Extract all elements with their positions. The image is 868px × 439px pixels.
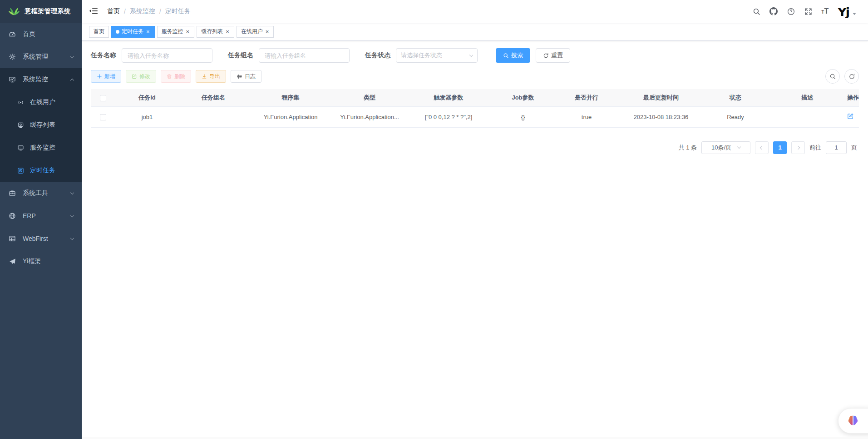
tab-close-icon[interactable]: × — [225, 29, 230, 35]
column-task-id: 任务Id — [115, 89, 179, 106]
tab-close-icon[interactable]: × — [186, 29, 190, 35]
refresh-table-button[interactable] — [844, 69, 859, 84]
chevron-right-icon — [796, 145, 800, 149]
app-logo[interactable]: 意框架管理系统 — [0, 0, 82, 23]
help-icon[interactable] — [787, 7, 795, 15]
cache-icon — [16, 121, 25, 129]
sidebar-group-system-monitoring: 系统监控 在线用户 缓存列表 — [0, 68, 82, 182]
select-all-checkbox[interactable] — [100, 95, 106, 101]
prev-page-button[interactable] — [755, 141, 769, 154]
chevron-down-icon — [737, 145, 741, 149]
cell-type: Yi.Furion.Application... — [333, 106, 406, 127]
table-row[interactable]: job1 Yi.Furion.Application Yi.Furion.App… — [91, 106, 859, 127]
page-size-select[interactable]: 10条/页 — [701, 141, 750, 154]
sidebar-item-online-users[interactable]: 在线用户 — [0, 91, 82, 114]
cell-job-args: {} — [491, 106, 555, 127]
tab-close-icon[interactable]: × — [265, 29, 270, 35]
cell-task-group — [179, 106, 248, 127]
cell-trigger-args: ["0 0 0,12 ? * ?",2] — [406, 106, 491, 127]
fullscreen-icon[interactable] — [804, 7, 812, 15]
column-assembly: 程序集 — [248, 89, 333, 106]
submenu-system-monitoring: 在线用户 缓存列表 服务监控 — [0, 91, 82, 182]
sidebar-item-scheduled-tasks[interactable]: 定时任务 — [0, 159, 82, 182]
tab-close-icon[interactable]: × — [146, 29, 150, 35]
log-button-label: 日志 — [245, 73, 256, 80]
column-status: 状态 — [704, 89, 767, 106]
tab-service-monitoring[interactable]: 服务监控 × — [157, 26, 195, 38]
reset-button[interactable]: 重置 — [536, 48, 570, 63]
tab-scheduled-tasks[interactable]: 定时任务 × — [111, 26, 155, 38]
delete-button[interactable]: 删除 — [161, 70, 191, 83]
tab-online-users[interactable]: 在线用户 × — [237, 26, 274, 38]
brain-icon — [846, 414, 860, 428]
send-icon — [8, 257, 16, 265]
add-button[interactable]: 新增 — [91, 70, 121, 83]
export-button-label: 导出 — [209, 73, 220, 80]
edit-button-label: 修改 — [139, 73, 150, 80]
sidebar-item-system-monitoring[interactable]: 系统监控 — [0, 68, 82, 91]
row-checkbox[interactable] — [100, 114, 106, 120]
search-button[interactable]: 搜索 — [496, 48, 530, 63]
chevron-down-icon — [70, 54, 74, 58]
filter-task-group: 任务组名 — [228, 48, 350, 63]
task-name-input[interactable] — [122, 48, 212, 63]
tab-home[interactable]: 首页 — [89, 26, 109, 38]
task-group-input[interactable] — [259, 48, 350, 63]
add-button-label: 新增 — [104, 73, 115, 80]
page-size-value: 10条/页 — [711, 144, 731, 152]
tab-label: 缓存列表 — [201, 28, 223, 35]
sidebar-item-erp[interactable]: ERP — [0, 205, 82, 227]
delete-button-label: 删除 — [174, 73, 185, 80]
sidebar-item-cache-list[interactable]: 缓存列表 — [0, 114, 82, 136]
sidebar-menu: 首页 系统管理 系统监控 — [0, 23, 82, 273]
tab-cache-list[interactable]: 缓存列表 × — [197, 26, 234, 38]
header-search-icon[interactable] — [752, 7, 760, 15]
filter-task-status: 任务状态 请选择任务状态 — [365, 48, 478, 63]
breadcrumb: 首页 / 系统监控 / 定时任务 — [107, 7, 191, 15]
sidebar-item-yi-framework[interactable]: Yi框架 — [0, 250, 82, 273]
breadcrumb-home[interactable]: 首页 — [107, 7, 120, 15]
cell-update-time: 2023-10-08 18:23:36 — [618, 106, 704, 127]
font-size-icon[interactable]: TT — [821, 7, 829, 15]
show-search-toggle-button[interactable] — [825, 69, 840, 84]
filter-form: 任务名称 任务组名 任务状态 请选择任务状态 搜索 — [91, 48, 859, 63]
sidebar-item-label: 定时任务 — [30, 166, 55, 175]
horizontal-scrollbar[interactable] — [82, 437, 868, 439]
assistant-floating-button[interactable] — [838, 408, 868, 434]
cell-description — [767, 106, 847, 127]
tags-view-bar: 首页 定时任务 × 服务监控 × 缓存列表 × 在线用户 × — [82, 23, 868, 41]
sidebar-item-system-tools[interactable]: 系统工具 — [0, 182, 82, 205]
user-avatar[interactable]: Yj — [838, 5, 856, 18]
sidebar-item-label: 在线用户 — [30, 98, 55, 106]
edit-button[interactable]: 修改 — [126, 70, 156, 83]
sidebar-item-service-monitoring[interactable]: 服务监控 — [0, 136, 82, 159]
sidebar-item-home[interactable]: 首页 — [0, 23, 82, 45]
next-page-button[interactable] — [791, 141, 805, 154]
column-update-time: 最后更新时间 — [618, 89, 704, 106]
column-concurrent: 是否并行 — [555, 89, 618, 106]
sidebar-item-webfirst[interactable]: WebFirst — [0, 227, 82, 250]
sidebar-item-label: 系统管理 — [23, 53, 48, 61]
row-edit-icon[interactable] — [847, 113, 854, 120]
task-status-select[interactable]: 请选择任务状态 — [396, 48, 478, 63]
tab-label: 服务监控 — [162, 28, 183, 35]
row-actions — [847, 113, 859, 120]
tab-label: 定时任务 — [122, 28, 143, 35]
caret-down-icon — [853, 13, 856, 15]
sidebar-collapse-icon[interactable] — [89, 7, 99, 16]
export-button[interactable]: 导出 — [196, 70, 226, 83]
breadcrumb-separator: / — [124, 8, 126, 15]
page-number-1[interactable]: 1 — [773, 141, 787, 154]
log-button[interactable]: 日志 — [231, 70, 261, 83]
filter-task-name: 任务名称 — [91, 48, 212, 63]
page-content: 任务名称 任务组名 任务状态 请选择任务状态 搜索 — [82, 41, 868, 439]
sidebar-item-system-management[interactable]: 系统管理 — [0, 45, 82, 68]
cell-actions — [847, 106, 859, 127]
table-toolbar: 新增 修改 删除 导出 日志 — [91, 69, 859, 84]
goto-page-input[interactable] — [826, 141, 847, 154]
sidebar: 意框架管理系统 首页 系统管理 — [0, 0, 82, 439]
online-icon — [16, 98, 25, 106]
github-icon[interactable] — [769, 7, 778, 15]
cell-concurrent: true — [555, 106, 618, 127]
page-unit-label: 页 — [851, 144, 857, 152]
